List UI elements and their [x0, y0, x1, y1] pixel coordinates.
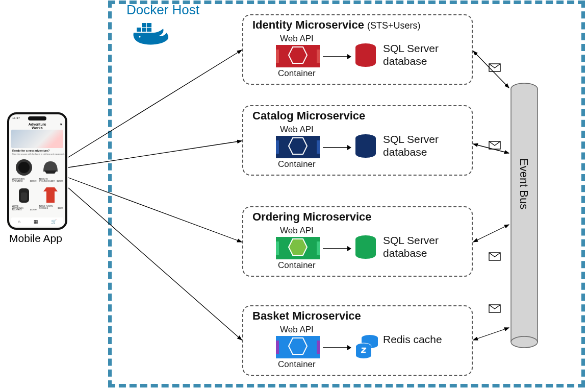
- microservice-title: Basket Microservice: [252, 309, 463, 323]
- catalog-microservice-card: Catalog Microservice Web API Container S…: [242, 105, 473, 176]
- arrow-icon: [322, 53, 352, 62]
- container-icon: [276, 237, 320, 259]
- database-label: SQL Server database: [383, 133, 439, 158]
- envelope-icon: [489, 141, 501, 150]
- microservice-subtitle: (STS+Users): [367, 20, 421, 31]
- product-image: [13, 157, 35, 178]
- database-label: Redis cache: [383, 333, 442, 346]
- svg-rect-3: [142, 23, 146, 27]
- mobile-phone-mockup: 11:37 Adventure Works ▾ Ready for a new …: [7, 112, 67, 230]
- product-name: ADVENTURER GPS WATCH$199.99: [11, 178, 37, 183]
- webapi-label: Web API: [280, 226, 314, 236]
- phone-app-brand: Adventure Works ▾: [9, 123, 65, 130]
- svg-rect-4: [147, 23, 151, 27]
- webapi-label: Web API: [280, 125, 314, 135]
- product-item: ALPINE ALPINEPACK BACKPACK$129.00: [11, 184, 37, 212]
- svg-rect-1: [142, 28, 146, 32]
- microservice-title: Catalog Microservice: [252, 109, 463, 123]
- product-item: ALPINE FUSION GOGGLES$86.99: [38, 184, 64, 212]
- microservice-title: Ordering Microservice: [252, 210, 463, 224]
- hero-subtitle: Start the season with the latest in clot…: [12, 153, 65, 155]
- svg-point-7: [18, 162, 30, 173]
- envelope-icon: [489, 63, 501, 72]
- database-icon: [354, 235, 377, 262]
- arrow-icon: [322, 245, 352, 254]
- container-icon: [276, 336, 320, 358]
- phone-status-time: 11:37: [12, 116, 20, 119]
- svg-point-14: [355, 59, 376, 67]
- svg-marker-10: [289, 47, 307, 63]
- svg-rect-37: [511, 89, 538, 342]
- ordering-microservice-card: Ordering Microservice Web API Container …: [242, 206, 473, 277]
- filter-icon: ▾: [60, 123, 62, 127]
- hexagon-icon: [288, 238, 308, 258]
- product-grid: ADVENTURER GPS WATCH$199.99 AEROLITE CYC…: [11, 157, 63, 211]
- hexagon-icon: [288, 137, 308, 157]
- svg-point-26: [355, 251, 376, 259]
- nav-home-icon: ⌂: [18, 219, 20, 224]
- docker-whale-icon: [133, 20, 172, 48]
- microservice-title: Identity Microservice (STS+Users): [252, 18, 463, 32]
- svg-point-5: [139, 36, 140, 37]
- product-name: ALPINE ALPINEPACK BACKPACK$129.00: [11, 205, 37, 212]
- event-bus-label: Event Bus: [517, 158, 530, 209]
- docker-host-label: Docker Host: [126, 2, 199, 18]
- identity-microservice-card: Identity Microservice (STS+Users) Web AP…: [242, 14, 473, 85]
- arrow-icon: [322, 344, 352, 353]
- container-label: Container: [278, 359, 316, 370]
- product-image: [39, 157, 62, 178]
- svg-point-20: [355, 150, 376, 158]
- product-image: [39, 184, 62, 205]
- hero-image: [11, 130, 63, 148]
- svg-marker-16: [289, 138, 307, 154]
- container-label: Container: [278, 159, 316, 169]
- arrow-icon: [322, 144, 352, 153]
- webapi-label: Web API: [280, 325, 314, 335]
- container-label: Container: [278, 260, 316, 271]
- svg-rect-0: [137, 28, 141, 32]
- database-icon: [354, 334, 380, 362]
- envelope-icon: [489, 252, 501, 261]
- event-bus-cylinder: [510, 83, 539, 350]
- svg-marker-28: [289, 338, 307, 354]
- envelope-icon: [489, 304, 501, 313]
- brand-text: Adventure Works: [29, 123, 46, 130]
- phone-bottom-nav: ⌂ ▦ 🛒: [11, 217, 63, 226]
- product-name: AEROLITE CYCLING HELMET$129.99: [38, 178, 64, 183]
- product-item: AEROLITE CYCLING HELMET$129.99: [38, 157, 64, 183]
- svg-point-35: [356, 352, 371, 358]
- database-icon: [354, 134, 377, 161]
- svg-point-40: [511, 336, 538, 348]
- phone-notch: [28, 116, 46, 120]
- container-icon: [276, 45, 320, 67]
- container-icon: [276, 136, 320, 158]
- hero-title: Ready for a new adventure?: [12, 149, 49, 152]
- database-icon: [354, 43, 377, 70]
- hexagon-icon: [288, 46, 308, 66]
- nav-cart-icon: 🛒: [51, 219, 57, 224]
- hexagon-icon: [288, 337, 308, 357]
- nav-grid-icon: ▦: [34, 219, 38, 224]
- webapi-label: Web API: [280, 34, 314, 44]
- product-item: ADVENTURER GPS WATCH$199.99: [11, 157, 37, 183]
- database-label: SQL Server database: [383, 234, 439, 259]
- basket-microservice-card: Basket Microservice Web API Container: [242, 305, 473, 376]
- svg-rect-2: [147, 28, 151, 32]
- product-name: ALPINE FUSION GOGGLES$86.99: [38, 205, 64, 210]
- container-label: Container: [278, 68, 316, 79]
- svg-rect-9: [21, 192, 27, 201]
- svg-marker-22: [289, 239, 307, 255]
- mobile-app-label: Mobile App: [9, 232, 62, 245]
- product-image: [13, 184, 35, 205]
- database-label: SQL Server database: [383, 42, 439, 67]
